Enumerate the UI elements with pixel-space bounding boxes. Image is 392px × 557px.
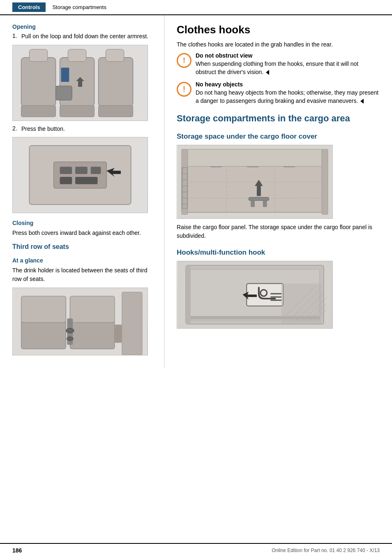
svg-rect-65 [186, 265, 191, 324]
hooks-svg [177, 261, 332, 328]
svg-rect-5 [61, 67, 69, 82]
closing-heading: Closing [12, 220, 152, 226]
warning-1-text: When suspending clothing from the hooks,… [196, 60, 380, 76]
seat-svg [13, 288, 148, 355]
at-glance-text: The drink holder is located between the … [12, 266, 152, 283]
seat-image [12, 288, 148, 355]
svg-rect-10 [60, 105, 95, 117]
svg-rect-23 [21, 320, 66, 349]
svg-rect-7 [68, 49, 86, 61]
svg-rect-43 [188, 149, 322, 167]
step1-svg [13, 45, 148, 121]
warning-2-icon: ! [177, 82, 191, 97]
header-section-label: Storage compartments [52, 4, 106, 10]
svg-rect-54 [263, 200, 267, 207]
right-column: Clothes hooks The clothes hooks are loca… [164, 15, 392, 368]
svg-rect-16 [60, 167, 72, 174]
step2-svg [13, 137, 148, 213]
step-1: 1. Pull on the loop and fold down the ce… [12, 32, 152, 41]
step-2-text: Press the button. [21, 125, 65, 133]
warning-2-text: Do not hang heavy objects from the hooks… [196, 89, 380, 105]
header-controls-label: Controls [12, 2, 46, 12]
svg-rect-52 [249, 197, 269, 200]
cargo-floor-subheading: Storage space under the cargo floor cove… [177, 132, 380, 141]
warning-exclamation-1: ! [183, 56, 185, 65]
page-footer: 186 Online Edition for Part no. 01 40 2 … [0, 543, 392, 557]
svg-rect-9 [21, 105, 56, 117]
svg-rect-53 [251, 200, 255, 207]
page-header: Controls Storage compartments [0, 0, 392, 15]
opening-heading: Opening [12, 23, 152, 30]
step-1-text: Pull on the loop and fold down the cente… [21, 32, 148, 41]
footer-text: Online Edition for Part no. 01 40 2 926 … [272, 548, 380, 553]
warning-1-icon: ! [177, 53, 191, 68]
warning-2-end-marker [360, 99, 364, 104]
warning-2-title: No heavy objects [196, 81, 380, 88]
warning-1-title: Do not obstruct view [196, 52, 380, 59]
hooks-multifunction-heading: Hooks/multi-function hook [177, 248, 380, 257]
step-2-number: 2. [12, 125, 21, 133]
svg-rect-19 [60, 177, 72, 184]
step1-image [12, 45, 148, 121]
step-2: 2. Press the button. [12, 125, 152, 133]
main-content: Opening 1. Pull on the loop and fold dow… [0, 15, 392, 368]
hooks-image [177, 261, 333, 329]
svg-rect-4 [56, 86, 72, 100]
svg-rect-24 [70, 320, 115, 349]
svg-rect-30 [122, 292, 142, 355]
closing-text: Press both covers inward back against ea… [12, 229, 152, 237]
svg-rect-25 [21, 296, 66, 323]
svg-rect-20 [75, 177, 97, 184]
cargo-floor-image [177, 145, 333, 219]
step-1-number: 1. [12, 32, 21, 41]
svg-rect-31 [115, 325, 122, 343]
svg-rect-72 [281, 283, 322, 324]
svg-rect-17 [75, 167, 88, 174]
svg-point-28 [66, 328, 74, 333]
clothes-hooks-intro: The clothes hooks are located in the gra… [177, 40, 380, 49]
warning-1-block: ! Do not obstruct view When suspending c… [177, 52, 380, 76]
warning-1-end-marker [266, 70, 269, 75]
svg-rect-42 [322, 149, 328, 214]
svg-rect-1 [21, 57, 56, 106]
at-glance-heading: At a glance [12, 257, 152, 264]
warning-exclamation-2: ! [183, 85, 185, 94]
svg-rect-3 [99, 57, 133, 106]
svg-rect-11 [99, 105, 133, 117]
warning-2-content: No heavy objects Do not hang heavy objec… [196, 81, 380, 105]
svg-rect-8 [106, 49, 124, 61]
svg-point-29 [67, 337, 73, 341]
svg-rect-26 [70, 296, 115, 323]
clothes-hooks-heading: Clothes hooks [177, 23, 380, 36]
step2-image [12, 137, 148, 213]
svg-rect-18 [91, 167, 101, 174]
svg-rect-15 [54, 162, 107, 188]
left-column: Opening 1. Pull on the loop and fold dow… [0, 15, 164, 368]
svg-rect-6 [29, 49, 48, 61]
third-row-heading: Third row of seats [12, 243, 152, 251]
cargo-floor-text: Raise the cargo floor panel. The storage… [177, 223, 380, 240]
storage-cargo-heading: Storage compartments in the cargo area [177, 113, 380, 124]
page-number: 186 [12, 547, 22, 554]
warning-2-block: ! No heavy objects Do not hang heavy obj… [177, 81, 380, 105]
page-wrapper: Controls Storage compartments Opening 1.… [0, 0, 392, 557]
cargo-floor-svg [177, 145, 332, 218]
warning-1-content: Do not obstruct view When suspending clo… [196, 52, 380, 76]
